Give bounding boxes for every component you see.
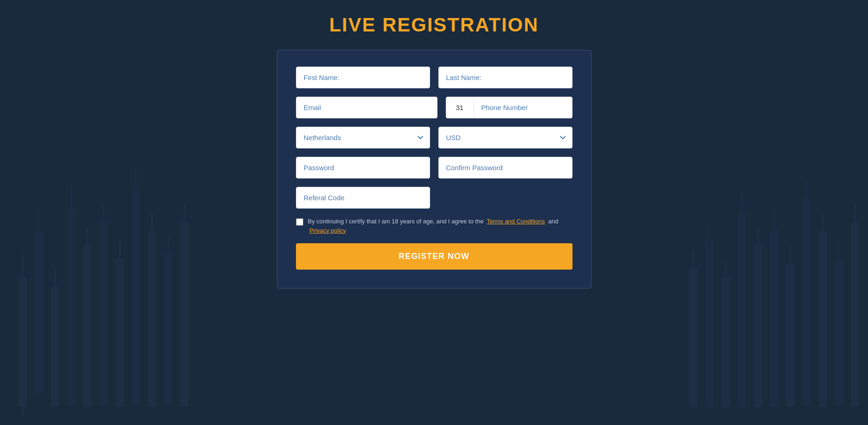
- email-input[interactable]: [296, 97, 437, 118]
- phone-group: [446, 97, 573, 118]
- privacy-link[interactable]: Privacy policy: [309, 227, 346, 234]
- terms-label: By continuing I certify that I am 18 yea…: [308, 217, 573, 235]
- email-phone-row: [296, 97, 573, 118]
- svg-rect-0: [18, 277, 27, 407]
- referral-code-input[interactable]: [296, 187, 430, 209]
- phone-code-input[interactable]: [446, 97, 474, 118]
- last-name-input[interactable]: [438, 67, 573, 88]
- currency-select-wrapper: USD EUR GBP CHF JPY: [438, 127, 573, 148]
- country-select[interactable]: Netherlands Germany France United Kingdo…: [296, 127, 430, 148]
- country-currency-row: Netherlands Germany France United Kingdo…: [296, 127, 573, 148]
- svg-rect-2: [22, 407, 24, 416]
- password-input[interactable]: [296, 157, 430, 179]
- svg-rect-27: [721, 277, 730, 407]
- country-select-wrapper: Netherlands Germany France United Kingdo…: [296, 127, 430, 148]
- terms-checkbox[interactable]: [296, 218, 303, 226]
- terms-link[interactable]: Terms and Conditions: [487, 218, 545, 225]
- registration-form: Netherlands Germany France United Kingdo…: [277, 50, 591, 289]
- page-title: LIVE REGISTRATION: [329, 14, 539, 36]
- svg-rect-5: [51, 287, 59, 407]
- confirm-password-input[interactable]: [438, 157, 573, 179]
- first-name-input[interactable]: [296, 67, 430, 88]
- phone-number-input[interactable]: [474, 97, 573, 118]
- password-row: [296, 157, 573, 179]
- svg-rect-23: [689, 268, 697, 407]
- register-now-button[interactable]: REGISTER NOW: [296, 243, 573, 270]
- referral-row: [296, 187, 573, 209]
- currency-select[interactable]: USD EUR GBP CHF JPY: [438, 127, 573, 148]
- name-row: [296, 67, 573, 88]
- terms-row: By continuing I certify that I am 18 yea…: [296, 217, 573, 235]
